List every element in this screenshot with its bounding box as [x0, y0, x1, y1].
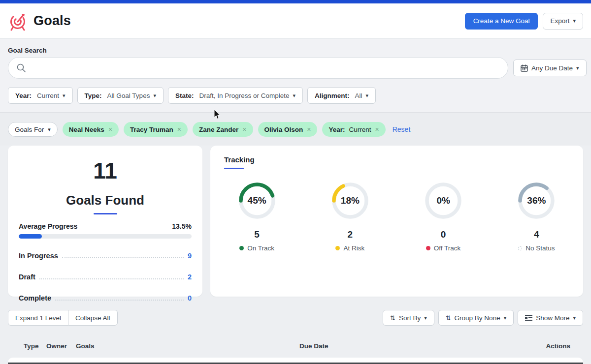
tab-tracking[interactable]: Tracking [224, 155, 255, 169]
chevron-down-icon: ▾ [153, 93, 156, 98]
average-progress-fill [19, 234, 42, 239]
goals-found-label: Goals Found [8, 193, 202, 208]
column-header-actions: Actions [546, 342, 570, 350]
off-track-count: 0 [441, 229, 446, 240]
donut-at-risk: 18% 2 At Risk [303, 180, 396, 252]
remove-tag-icon[interactable]: × [375, 125, 379, 133]
toolbar-right-group: ⇅ Sort By ▾ ⇅ Group By None ▾ Show More … [383, 310, 583, 326]
active-tab-underline [224, 168, 244, 169]
goals-table-header: Type Owner Goals Due Date Actions [0, 339, 591, 354]
on-track-count: 5 [254, 229, 260, 240]
on-track-dot-icon [239, 246, 244, 250]
chevron-down-icon: ▾ [293, 93, 296, 98]
alignment-filter-button[interactable]: Alignment: All ▾ [307, 87, 376, 104]
on-track-donut-chart: 45% [236, 180, 278, 221]
goals-target-icon [8, 11, 29, 31]
chevron-down-icon: ▾ [424, 315, 427, 321]
no-status-donut-chart: 36% [516, 180, 557, 221]
search-icon [16, 63, 26, 73]
sort-icon: ⇅ [390, 314, 395, 322]
goal-search-box[interactable] [8, 57, 508, 79]
average-progress-row: Average Progress 13.5% [8, 222, 202, 230]
sort-icon: ⇅ [446, 314, 451, 322]
column-header-type[interactable]: Type [24, 342, 39, 350]
column-header-goals[interactable]: Goals [76, 342, 95, 350]
active-filter-tags-section: Goals For ▾ Neal Neeks × Tracy Truman × … [0, 113, 591, 146]
goal-search-label: Goal Search [8, 47, 47, 54]
tag-row: Goals For ▾ Neal Neeks × Tracy Truman × … [8, 122, 410, 137]
tracking-card: Tracking 45% 5 On Track [210, 146, 583, 297]
goals-for-dropdown[interactable]: Goals For ▾ [8, 122, 58, 137]
chevron-down-icon: ▾ [573, 315, 576, 321]
filter-row: Year: Current ▾ Type: All Goal Types ▾ S… [8, 87, 376, 104]
filter-tag-tracy-truman[interactable]: Tracy Truman × [124, 122, 188, 137]
goal-search-input[interactable] [31, 64, 500, 72]
stat-row-draft: Draft 2 [8, 273, 202, 281]
filter-tag-zane-zander[interactable]: Zane Zander × [193, 122, 253, 137]
donut-row: 45% 5 On Track 18% 2 [210, 180, 583, 252]
no-status-dot-icon [518, 246, 522, 250]
no-status-legend: No Status [518, 244, 555, 252]
filter-tag-neal-neeks[interactable]: Neal Neeks × [63, 122, 119, 137]
expand-collapse-group: Expand 1 Level Collapse All [8, 310, 118, 326]
at-risk-donut-chart: 18% [329, 180, 371, 221]
accent-underline [94, 213, 117, 214]
remove-tag-icon[interactable]: × [108, 125, 112, 133]
chevron-down-icon: ▾ [48, 127, 51, 132]
remove-tag-icon[interactable]: × [177, 125, 181, 133]
chevron-down-icon: ▾ [63, 93, 66, 98]
collapse-all-button[interactable]: Collapse All [68, 310, 118, 326]
goal-search-section: Goal Search Any Due Date ▾ Year: Current… [0, 39, 591, 113]
donut-no-status: 36% 4 No Status [490, 180, 583, 252]
state-filter-button[interactable]: State: Draft, In Progress or Complete ▾ [168, 87, 303, 104]
dotted-leader [39, 278, 184, 279]
chevron-down-icon: ▾ [366, 93, 369, 98]
donut-off-track: 0% 0 Off Track [397, 180, 490, 252]
column-header-due-date[interactable]: Due Date [299, 342, 328, 350]
group-by-button[interactable]: ⇅ Group By None ▾ [438, 310, 514, 326]
chevron-down-icon: ▾ [576, 65, 579, 71]
dotted-leader [55, 300, 184, 301]
export-button[interactable]: Export ▾ [543, 13, 583, 30]
on-track-legend: On Track [239, 244, 274, 252]
filter-tag-olivia-olson[interactable]: Olivia Olson × [258, 122, 318, 137]
year-filter-button[interactable]: Year: Current ▾ [8, 87, 73, 104]
sort-by-button[interactable]: ⇅ Sort By ▾ [383, 310, 434, 326]
at-risk-dot-icon [335, 246, 340, 250]
goal-row-partial[interactable] [8, 358, 583, 364]
show-more-button[interactable]: Show More ▾ [518, 310, 583, 326]
column-header-owner[interactable]: Owner [46, 342, 67, 350]
dotted-leader [62, 257, 184, 258]
goals-found-count: 11 [8, 157, 202, 184]
create-new-goal-button[interactable]: Create a New Goal [465, 13, 538, 30]
donut-on-track: 45% 5 On Track [210, 180, 303, 252]
off-track-donut-chart: 0% [423, 180, 464, 221]
remove-tag-icon[interactable]: × [307, 125, 311, 133]
list-detail-icon [525, 315, 532, 321]
off-track-legend: Off Track [426, 244, 461, 252]
top-accent-bar [0, 0, 591, 3]
stat-row-in-progress: In Progress 9 [8, 252, 202, 260]
no-status-count: 4 [534, 229, 539, 240]
goals-summary-card: 11 Goals Found Average Progress 13.5% In… [8, 146, 202, 297]
remove-tag-icon[interactable]: × [242, 125, 246, 133]
stat-row-complete: Complete 0 [8, 294, 202, 302]
at-risk-legend: At Risk [335, 244, 364, 252]
filter-tag-year-current[interactable]: Year: Current × [322, 122, 385, 137]
chevron-down-icon: ▾ [504, 315, 507, 321]
average-progress-label: Average Progress [19, 222, 77, 230]
calendar-icon [521, 64, 528, 72]
goals-page: Goals Create a New Goal Export ▾ Goal Se… [0, 0, 591, 364]
list-toolbar: Expand 1 Level Collapse All ⇅ Sort By ▾ … [0, 310, 591, 327]
average-progress-value: 13.5% [172, 222, 192, 230]
page-title: Goals [33, 13, 71, 29]
off-track-dot-icon [426, 246, 430, 250]
chevron-down-icon: ▾ [573, 18, 576, 24]
type-filter-button[interactable]: Type: All Goal Types ▾ [77, 87, 164, 104]
average-progress-bar [19, 234, 192, 239]
reset-filters-link[interactable]: Reset [393, 125, 411, 133]
header-actions: Create a New Goal Export ▾ [465, 13, 583, 30]
due-date-filter-button[interactable]: Any Due Date ▾ [513, 60, 587, 76]
expand-one-level-button[interactable]: Expand 1 Level [8, 310, 68, 326]
app-header: Goals Create a New Goal Export ▾ [0, 3, 591, 39]
